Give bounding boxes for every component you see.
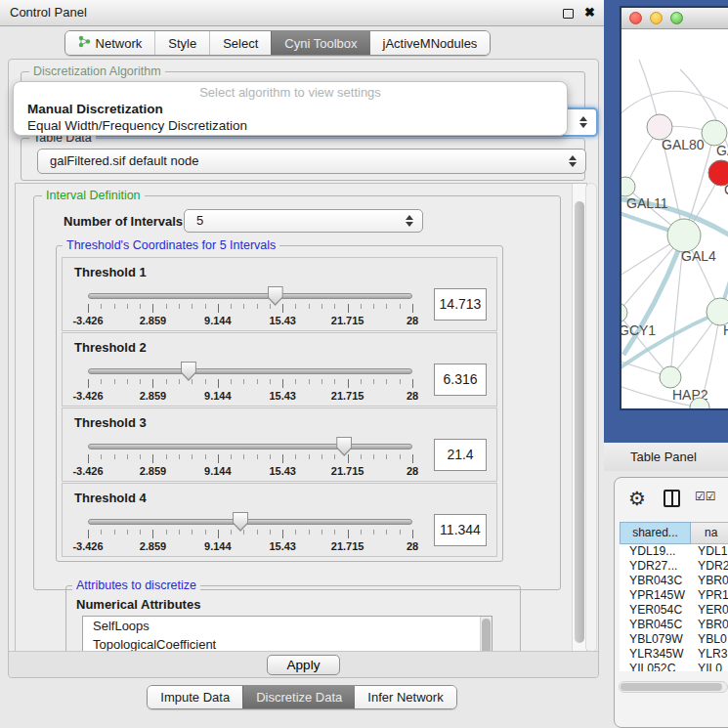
- slider-track[interactable]: [88, 519, 412, 525]
- gear-icon[interactable]: ⚙: [628, 485, 646, 512]
- scrollpane-scrollbar[interactable]: [572, 184, 586, 652]
- tab-cyni-toolbox[interactable]: Cyni Toolbox: [271, 31, 369, 55]
- network-window-titlebar[interactable]: [621, 8, 728, 29]
- network-edge[interactable]: [621, 91, 728, 120]
- threshold-label: Threshold 3: [74, 415, 147, 430]
- close-icon[interactable]: ✖: [584, 0, 595, 25]
- tab-label: Infer Network: [367, 690, 443, 705]
- node-table: shared...na YDL19...YDL1YDR27...YDR2YBR0…: [620, 522, 728, 671]
- table-hscrollbar[interactable]: [619, 681, 728, 693]
- cell-name: YBL0: [691, 632, 728, 647]
- slider-track[interactable]: [88, 293, 412, 299]
- threshold-slider: -3.4262.8599.14415.4321.71528: [76, 361, 424, 406]
- table-panel: ⚙ ☑☑ shared...na YDL19...YDL1YDR27...YDR…: [614, 477, 728, 728]
- threshold-value-field[interactable]: 21.4: [434, 439, 487, 471]
- node-label: GCY1: [621, 322, 656, 338]
- hscrollbar-thumb[interactable]: [621, 683, 722, 691]
- tab-label: Network: [96, 36, 143, 51]
- network-node-gal4[interactable]: [667, 219, 701, 252]
- dropdown-option-equal-width-frequency[interactable]: Equal Width/Frequency Discretization: [27, 118, 247, 133]
- cell-name: YDR2: [691, 559, 728, 574]
- scrollbar-thumb[interactable]: [482, 619, 491, 653]
- node-label: GAL80: [662, 137, 705, 152]
- node-label: H: [723, 322, 728, 338]
- slider-track[interactable]: [88, 444, 412, 450]
- dropdown-option-manual-discretization[interactable]: Manual Discretization: [27, 102, 163, 116]
- scrollbar-thumb[interactable]: [575, 201, 584, 643]
- table-row[interactable]: YDR27...YDR2: [620, 559, 728, 574]
- attribute-list-item[interactable]: SelfLoops: [83, 617, 492, 635]
- table-row[interactable]: YBR045CYBR0: [620, 618, 728, 632]
- list-scrollbar[interactable]: [480, 617, 492, 653]
- table-row[interactable]: YER054CYER0: [620, 603, 728, 618]
- network-edge-thick[interactable]: [621, 312, 720, 372]
- tab-jactivemnodules[interactable]: jActiveMNodules: [370, 31, 491, 55]
- threshold-label: Threshold 1: [74, 265, 147, 279]
- select-columns-checkboxes-icon[interactable]: ☑☑: [695, 490, 716, 503]
- table-data-combobox[interactable]: galFiltered.sif default node: [37, 149, 586, 174]
- apply-bar: Apply: [9, 651, 598, 677]
- interval-definition-label: Interval Definition: [42, 189, 145, 202]
- slider-ticks: [88, 304, 412, 314]
- attributes-group-label: Attributes to discretize: [72, 578, 200, 592]
- tab-style[interactable]: Style: [154, 31, 209, 55]
- table-row[interactable]: YPR145WYPR1: [620, 588, 728, 603]
- network-desktop: GAL80GALCGAL11GAL4GCY1HHAP2: [604, 0, 728, 443]
- control-panel-titlebar: Control Panel ✖: [0, 0, 604, 26]
- table-data-selected-value: galFiltered.sif default node: [50, 150, 198, 173]
- column-header-na[interactable]: na: [691, 522, 728, 544]
- network-node-h[interactable]: [707, 298, 728, 325]
- network-node-hap2[interactable]: [660, 366, 681, 388]
- cell-shared-name: YDL19...: [620, 544, 691, 559]
- slider-ticks: [88, 379, 412, 389]
- cell-name: YBR0: [691, 618, 728, 632]
- slider-handle[interactable]: [181, 362, 196, 381]
- cell-shared-name: YIL052C: [620, 662, 691, 671]
- threshold-row-4: Threshold 4-3.4262.8599.14415.4321.71528…: [62, 483, 497, 557]
- threshold-label: Threshold 4: [74, 491, 147, 505]
- traffic-light-close-icon[interactable]: [629, 12, 642, 24]
- number-of-intervals-spinner[interactable]: 5: [184, 209, 423, 233]
- traffic-light-zoom-icon[interactable]: [670, 12, 683, 24]
- column-layout-icon[interactable]: [664, 490, 680, 507]
- tab-label: Select: [223, 36, 258, 51]
- network-node-gcy1[interactable]: [621, 303, 627, 322]
- table-row[interactable]: YDL19...YDL1: [620, 544, 728, 559]
- tab-select[interactable]: Select: [209, 31, 271, 55]
- tab-infer-network[interactable]: Infer Network: [355, 686, 455, 708]
- table-row[interactable]: YBL079WYBL0: [620, 632, 728, 647]
- numerical-attributes-list[interactable]: SelfLoopsTopologicalCoefficientBetweenne…: [82, 616, 492, 653]
- threshold-value-field[interactable]: 14.713: [434, 288, 487, 321]
- apply-button[interactable]: Apply: [267, 655, 341, 675]
- slider-track[interactable]: [88, 368, 412, 374]
- table-row[interactable]: YLR345WYLR3: [620, 647, 728, 662]
- cell-shared-name: YDR27...: [620, 559, 691, 574]
- float-window-icon[interactable]: [563, 9, 574, 19]
- slider-handle[interactable]: [336, 437, 352, 456]
- threshold-row-1: Threshold 1-3.4262.8599.14415.4321.71528…: [62, 257, 497, 331]
- node-label: GAL11: [626, 195, 668, 211]
- threshold-row-3: Threshold 3-3.4262.8599.14415.4321.71528…: [62, 407, 497, 482]
- cell-name: YBR0: [691, 574, 728, 588]
- tab-impute-data[interactable]: Impute Data: [148, 686, 242, 708]
- cell-shared-name: YLR345W: [620, 647, 691, 662]
- tab-label: Style: [168, 36, 196, 51]
- traffic-light-minimize-icon[interactable]: [650, 12, 663, 24]
- column-header-shared[interactable]: shared...: [620, 522, 691, 544]
- tab-label: jActiveMNodules: [383, 36, 478, 51]
- table-row[interactable]: YBR043CYBR0: [620, 574, 728, 588]
- slider-handle[interactable]: [233, 512, 248, 532]
- table-row[interactable]: YIL052CYIL0: [620, 662, 728, 671]
- threshold-value-field[interactable]: 6.316: [434, 364, 487, 396]
- outer-scrollbar[interactable]: [585, 183, 597, 653]
- tab-discretize-data[interactable]: Discretize Data: [242, 686, 355, 708]
- number-of-intervals-value: 5: [196, 210, 203, 232]
- tab-network[interactable]: Network: [65, 31, 155, 55]
- slider-tick-labels: -3.4262.8599.14415.4321.71528: [88, 540, 412, 554]
- threshold-value-field[interactable]: 11.344: [434, 514, 487, 546]
- network-canvas[interactable]: GAL80GALCGAL11GAL4GCY1HHAP2: [621, 30, 728, 408]
- slider-tick-labels: -3.4262.8599.14415.4321.71528: [88, 465, 412, 479]
- slider-ticks: [88, 454, 412, 464]
- cell-shared-name: YBR043C: [620, 574, 691, 588]
- slider-handle[interactable]: [268, 286, 283, 306]
